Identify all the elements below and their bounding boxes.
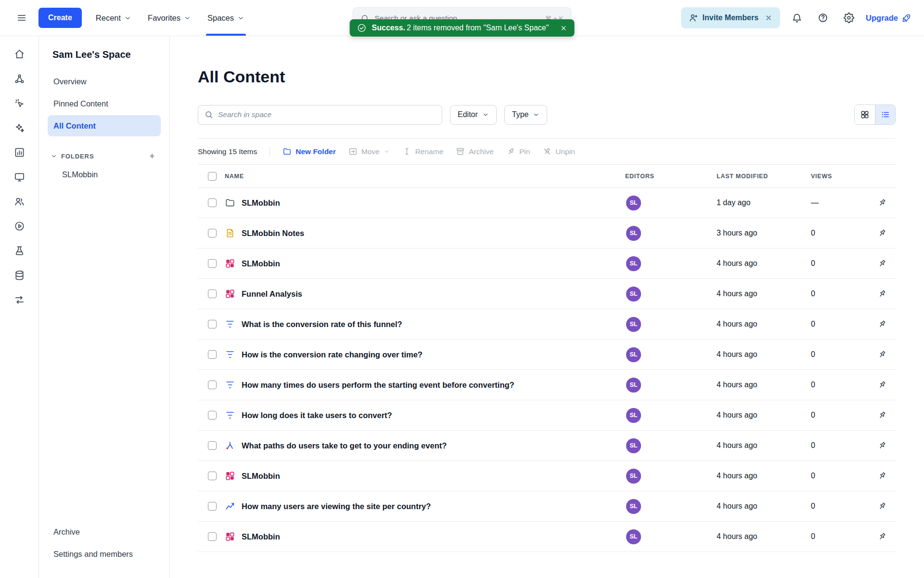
row-name[interactable]: How long does it take users to convert? bbox=[242, 411, 392, 420]
editor-avatar[interactable]: SL bbox=[626, 256, 641, 271]
type-filter[interactable]: Type bbox=[504, 105, 548, 125]
sidebar-folder-item[interactable]: SLMobbin bbox=[48, 164, 161, 184]
sidebar-item-pinned-content[interactable]: Pinned Content bbox=[48, 93, 161, 114]
row-checkbox[interactable] bbox=[208, 229, 217, 237]
invite-members-button[interactable]: Invite Members bbox=[681, 7, 780, 28]
rail-integrations[interactable] bbox=[9, 289, 30, 310]
editor-avatar[interactable]: SL bbox=[626, 347, 641, 362]
upgrade-button[interactable]: Upgrade bbox=[866, 13, 911, 23]
row-checkbox[interactable] bbox=[208, 411, 217, 420]
select-all-checkbox[interactable] bbox=[208, 172, 217, 181]
pin-icon[interactable] bbox=[877, 319, 887, 329]
pin-icon[interactable] bbox=[877, 228, 887, 238]
row-checkbox[interactable] bbox=[208, 381, 217, 389]
rail-charts[interactable] bbox=[9, 142, 30, 163]
row-name[interactable]: How many users are viewing the site per … bbox=[242, 502, 431, 511]
rail-home[interactable] bbox=[9, 43, 30, 65]
table-row[interactable]: Funnel Analysis SL 4 hours ago 0 bbox=[198, 279, 896, 309]
pin-icon[interactable] bbox=[877, 289, 887, 299]
row-name[interactable]: SLMobbin bbox=[242, 472, 280, 481]
row-name[interactable]: SLMobbin bbox=[242, 532, 280, 541]
settings-button[interactable] bbox=[840, 9, 858, 27]
table-row[interactable]: SLMobbin SL 1 day ago — bbox=[198, 188, 896, 218]
space-search-input[interactable] bbox=[218, 110, 436, 119]
editor-filter[interactable]: Editor bbox=[450, 105, 497, 125]
rail-ask-ai[interactable] bbox=[9, 117, 30, 138]
unpin-button[interactable]: Unpin bbox=[542, 147, 575, 156]
row-name[interactable]: Funnel Analysis bbox=[242, 289, 302, 299]
hamburger-menu-button[interactable] bbox=[13, 9, 31, 27]
editor-avatar[interactable]: SL bbox=[626, 408, 641, 423]
table-row[interactable]: SLMobbin SL 4 hours ago 0 bbox=[198, 249, 896, 279]
table-row[interactable]: How many times do users perform the star… bbox=[198, 370, 896, 400]
row-checkbox[interactable] bbox=[208, 350, 217, 359]
pin-icon[interactable] bbox=[877, 380, 887, 390]
row-checkbox[interactable] bbox=[208, 532, 217, 541]
archive-button[interactable]: Archive bbox=[456, 147, 494, 156]
table-row[interactable]: What is the conversion rate of this funn… bbox=[198, 309, 896, 340]
table-row[interactable]: How long does it take users to convert? … bbox=[198, 400, 896, 431]
column-header-views[interactable]: VIEWS bbox=[811, 173, 869, 180]
editor-avatar[interactable]: SL bbox=[626, 499, 641, 514]
table-row[interactable]: How many users are viewing the site per … bbox=[198, 491, 896, 522]
row-name[interactable]: What paths do users take to get to your … bbox=[242, 441, 447, 450]
new-folder-button[interactable]: New Folder bbox=[282, 147, 336, 156]
row-name[interactable]: How many times do users perform the star… bbox=[242, 381, 514, 390]
row-name[interactable]: How is the conversion rate changing over… bbox=[242, 350, 423, 359]
sidebar-item-archive[interactable]: Archive bbox=[48, 521, 161, 542]
sidebar-item-overview[interactable]: Overview bbox=[48, 71, 161, 92]
folders-collapse-icon[interactable] bbox=[51, 153, 57, 159]
sidebar-item-settings-members[interactable]: Settings and members bbox=[48, 543, 161, 565]
row-name[interactable]: What is the conversion rate of this funn… bbox=[242, 320, 402, 329]
editor-avatar[interactable]: SL bbox=[626, 196, 641, 210]
table-row[interactable]: How is the conversion rate changing over… bbox=[198, 340, 896, 370]
row-name[interactable]: SLMobbin bbox=[242, 259, 280, 268]
rail-experiments[interactable] bbox=[9, 240, 30, 261]
rail-events[interactable] bbox=[9, 92, 30, 114]
help-button[interactable] bbox=[814, 9, 832, 27]
recent-menu[interactable]: Recent bbox=[88, 0, 140, 36]
row-name[interactable]: SLMobbin bbox=[242, 198, 280, 208]
pin-icon[interactable] bbox=[877, 471, 887, 481]
pin-icon[interactable] bbox=[877, 350, 887, 359]
column-header-name[interactable]: NAME bbox=[225, 173, 625, 180]
pin-icon[interactable] bbox=[877, 501, 887, 511]
rail-session-replay[interactable] bbox=[9, 215, 30, 236]
editor-avatar[interactable]: SL bbox=[626, 529, 641, 544]
rail-data[interactable] bbox=[9, 264, 30, 286]
grid-view-button[interactable] bbox=[855, 105, 875, 124]
row-checkbox[interactable] bbox=[208, 441, 217, 450]
row-checkbox[interactable] bbox=[208, 289, 217, 298]
column-header-editors[interactable]: EDITORS bbox=[625, 173, 717, 180]
row-checkbox[interactable] bbox=[208, 320, 217, 328]
pin-icon[interactable] bbox=[877, 441, 887, 450]
list-view-button[interactable] bbox=[875, 105, 895, 124]
table-row[interactable]: SLMobbin SL 4 hours ago 0 bbox=[198, 522, 896, 552]
rail-audiences[interactable] bbox=[9, 191, 30, 212]
table-row[interactable]: What paths do users take to get to your … bbox=[198, 431, 896, 461]
column-header-last-modified[interactable]: LAST MODIFIED bbox=[717, 173, 811, 180]
editor-avatar[interactable]: SL bbox=[626, 317, 641, 332]
pin-icon[interactable] bbox=[877, 259, 887, 268]
rail-dashboards[interactable] bbox=[9, 166, 30, 187]
sidebar-item-all-content[interactable]: All Content bbox=[48, 115, 161, 136]
favorites-menu[interactable]: Favorites bbox=[140, 0, 199, 36]
table-row[interactable]: SLMobbin Notes SL 3 hours ago 0 bbox=[198, 218, 896, 249]
add-folder-icon[interactable] bbox=[148, 152, 156, 160]
rail-metrics[interactable] bbox=[9, 68, 30, 89]
pin-icon[interactable] bbox=[877, 532, 887, 541]
editor-avatar[interactable]: SL bbox=[626, 438, 641, 453]
move-button[interactable]: Move bbox=[348, 147, 390, 156]
row-checkbox[interactable] bbox=[208, 472, 217, 480]
editor-avatar[interactable]: SL bbox=[626, 287, 641, 302]
notifications-button[interactable] bbox=[788, 9, 806, 27]
editor-avatar[interactable]: SL bbox=[626, 469, 641, 484]
toast-close-icon[interactable] bbox=[560, 25, 567, 32]
row-checkbox[interactable] bbox=[208, 502, 217, 511]
editor-avatar[interactable]: SL bbox=[626, 226, 641, 241]
row-checkbox[interactable] bbox=[208, 198, 217, 207]
row-name[interactable]: SLMobbin Notes bbox=[242, 229, 304, 238]
row-checkbox[interactable] bbox=[208, 259, 217, 268]
create-button[interactable]: Create bbox=[38, 8, 82, 28]
editor-avatar[interactable]: SL bbox=[626, 378, 641, 393]
